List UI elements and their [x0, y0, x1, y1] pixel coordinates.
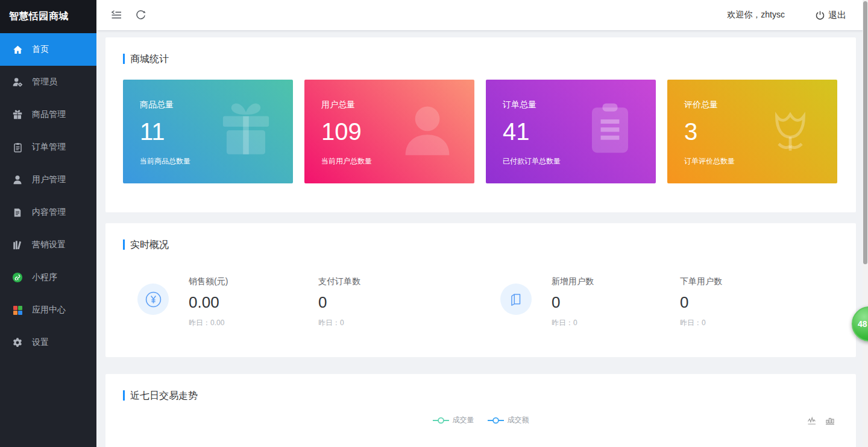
- section-title-trend: 近七日交易走势: [123, 390, 198, 401]
- refresh-icon[interactable]: [134, 8, 147, 22]
- logout-button[interactable]: 退出: [815, 10, 846, 21]
- section-title-realtime: 实时概况: [123, 239, 169, 250]
- gift-icon: [215, 99, 277, 162]
- apps-icon: [12, 305, 23, 315]
- scrollbar-thumb[interactable]: [863, 1, 867, 264]
- sidebar-item-users[interactable]: 用户管理: [0, 163, 96, 196]
- bar-chart-icon[interactable]: [825, 416, 835, 426]
- stat-paid-orders: 支付订单数 0 昨日：0: [318, 276, 360, 328]
- card-reviews-total[interactable]: 评价总量 3 订单评价总数量: [667, 80, 837, 183]
- trend-panel: 近七日交易走势 成交量 成交额: [105, 374, 856, 447]
- orders-icon: [12, 142, 23, 153]
- sidebar-item-label: 管理员: [32, 77, 57, 87]
- stat-value: 0.00: [189, 293, 228, 312]
- sidebar: 智慧恬园商城 首页 管理员 商品管理 订单管理 用户管理 内容管理: [0, 0, 96, 447]
- card-users-total[interactable]: 用户总量 109 当前用户总数量: [304, 80, 474, 183]
- home-icon: [12, 44, 23, 55]
- marketing-icon: [12, 239, 23, 250]
- sidebar-item-label: 内容管理: [32, 207, 66, 218]
- sidebar-item-orders[interactable]: 订单管理: [0, 131, 96, 163]
- stat-label: 销售额(元): [189, 276, 228, 287]
- chart-toolbox: [807, 416, 835, 426]
- stat-sales: 销售额(元) 0.00 昨日：0.00: [189, 276, 228, 328]
- sidebar-item-label: 用户管理: [32, 174, 66, 185]
- stat-yesterday: 昨日：0: [318, 318, 360, 328]
- stat-value: 0: [680, 293, 722, 312]
- stat-ordering-users: 下单用户数 0 昨日：0: [680, 276, 722, 328]
- legend-volume[interactable]: 成交量: [433, 415, 474, 425]
- power-icon: [815, 10, 825, 21]
- sidebar-item-admin[interactable]: 管理员: [0, 66, 96, 98]
- legend-label: 成交额: [508, 415, 529, 425]
- sidebar-item-content[interactable]: 内容管理: [0, 196, 96, 229]
- sidebar-item-marketing[interactable]: 营销设置: [0, 229, 96, 261]
- stat-label: 支付订单数: [318, 276, 360, 287]
- collapse-sidebar-icon[interactable]: [110, 8, 123, 22]
- chart-legend: 成交量 成交额: [433, 415, 529, 425]
- users-icon: [12, 174, 23, 185]
- section-title-stats: 商城统计: [123, 54, 169, 64]
- yen-circle-icon: [137, 284, 169, 315]
- sidebar-item-apps[interactable]: 应用中心: [0, 294, 96, 326]
- topbar: 欢迎你，zhtysc 退出: [96, 0, 868, 30]
- sidebar-item-label: 首页: [32, 44, 49, 55]
- vertical-scrollbar[interactable]: [863, 0, 868, 447]
- stat-yesterday: 昨日：0.00: [189, 318, 228, 328]
- sidebar-item-goods[interactable]: 商品管理: [0, 98, 96, 131]
- settings-icon: [12, 337, 23, 348]
- clipboard-icon: [580, 99, 640, 159]
- stat-value: 0: [318, 293, 360, 312]
- sidebar-item-label: 应用中心: [32, 305, 66, 315]
- content-icon: [12, 207, 23, 218]
- sidebar-item-label: 营销设置: [32, 239, 66, 250]
- stat-label: 下单用户数: [680, 276, 722, 287]
- person-icon: [396, 99, 459, 162]
- welcome-text: 欢迎你，zhtysc: [727, 10, 785, 21]
- flower-icon: [759, 99, 822, 162]
- stat-yesterday: 昨日：0: [552, 318, 594, 328]
- sidebar-item-label: 商品管理: [32, 109, 66, 120]
- logout-label: 退出: [828, 10, 846, 21]
- mall-stats-panel: 商城统计 商品总量 11 当前商品总数量 用户总量 109 当前用户总数量 订单…: [105, 37, 856, 212]
- card-orders-total[interactable]: 订单总量 41 已付款订单总数量: [486, 80, 656, 183]
- app-logo: 智慧恬园商城: [0, 0, 96, 33]
- line-chart-icon[interactable]: [807, 416, 817, 426]
- sidebar-item-label: 小程序: [32, 272, 57, 283]
- stat-cards-row: 商品总量 11 当前商品总数量 用户总量 109 当前用户总数量 订单总量 41…: [123, 80, 837, 183]
- legend-amount[interactable]: 成交额: [488, 415, 529, 425]
- miniprogram-icon: [12, 272, 23, 283]
- badge-value: 48: [858, 319, 867, 329]
- sidebar-item-label: 设置: [32, 337, 49, 348]
- sidebar-item-home[interactable]: 首页: [0, 33, 96, 66]
- stat-label: 新增用户数: [552, 276, 594, 287]
- realtime-panel: 实时概况 销售额(元) 0.00 昨日：0.00 支付订单数 0 昨日：0 新增…: [105, 223, 856, 357]
- goods-icon: [12, 109, 23, 120]
- legend-marker-amount: [488, 417, 504, 424]
- stat-yesterday: 昨日：0: [680, 318, 722, 328]
- card-goods-total[interactable]: 商品总量 11 当前商品总数量: [123, 80, 293, 183]
- legend-marker-volume: [433, 417, 449, 424]
- door-icon: [500, 284, 532, 315]
- stat-new-users: 新增用户数 0 昨日：0: [552, 276, 594, 328]
- legend-label: 成交量: [453, 415, 474, 425]
- admin-icon: [12, 77, 23, 87]
- sidebar-item-label: 订单管理: [32, 142, 66, 153]
- sidebar-item-settings[interactable]: 设置: [0, 326, 96, 359]
- sidebar-item-miniprogram[interactable]: 小程序: [0, 261, 96, 294]
- stat-value: 0: [552, 293, 594, 312]
